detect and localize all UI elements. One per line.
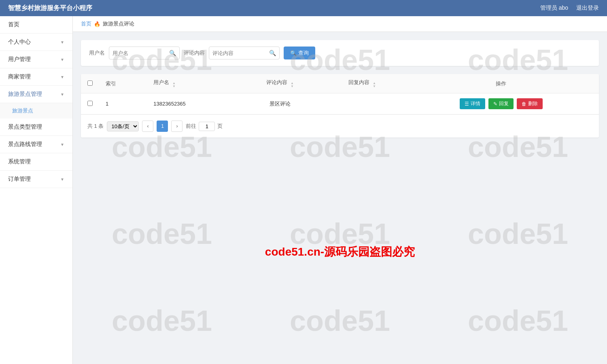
sidebar-item-merchants[interactable]: 商家管理 ▼	[0, 68, 72, 86]
header-reply: 回复内容 ▲▼	[321, 74, 403, 93]
goto-input[interactable]	[199, 122, 215, 131]
search-btn-icon: 🔍	[290, 50, 297, 56]
row-content-cell: 景区评论	[239, 93, 321, 114]
sidebar-types-label: 景点类型管理	[8, 123, 42, 131]
content-field-label: 评论内容	[184, 49, 205, 57]
chevron-down-icon: ▼	[60, 142, 64, 147]
sidebar-item-home[interactable]: 首页	[0, 16, 72, 34]
sidebar-item-users[interactable]: 用户管理 ▼	[0, 51, 72, 68]
search-button[interactable]: 🔍 查询	[284, 47, 315, 59]
admin-label: 管理员 abo	[540, 4, 568, 12]
breadcrumb-sep: 🔥	[94, 21, 100, 27]
logout-link[interactable]: 退出登录	[576, 4, 599, 12]
pagination: 共 1 条 10条/页 20条/页 50条/页 ‹ 1 ›	[81, 114, 599, 138]
header-actions: 操作	[403, 74, 599, 93]
search-bar: 用户名 🔍 评论内容 🔍 🔍 查询	[81, 40, 599, 66]
chevron-down-icon: ▼	[60, 92, 64, 97]
sort-username-icon[interactable]: ▲▼	[172, 82, 176, 88]
sort-reply-icon[interactable]: ▲▼	[373, 82, 376, 88]
app-title: 智慧乡村旅游服务平台小程序	[8, 4, 92, 13]
sort-content-icon[interactable]: ▲▼	[291, 82, 294, 88]
sidebar-users-label: 用户管理	[8, 56, 31, 63]
breadcrumb: 首页 🔥 旅游景点评论	[73, 16, 607, 32]
sidebar-item-scenic-spots[interactable]: 旅游景点	[0, 103, 72, 119]
row-checkbox-cell	[81, 93, 99, 114]
sidebar-item-home-label: 首页	[8, 21, 19, 28]
layout: 首页 个人中心 ▼ 用户管理 ▼ 商家管理 ▼ 旅游景点管理 ▼ 旅游景点 景点…	[0, 16, 607, 364]
row-checkbox[interactable]	[87, 101, 93, 106]
header-index: 索引	[99, 74, 147, 93]
page-size-select[interactable]: 10条/页 20条/页 50条/页	[107, 121, 139, 131]
header-content: 评论内容 ▲▼	[239, 74, 321, 93]
table-row: 1 13823652365 景区评论	[81, 93, 599, 114]
header: 智慧乡村旅游服务平台小程序 管理员 abo 退出登录	[0, 0, 607, 16]
detail-icon: ☰	[465, 101, 469, 107]
page-goto: 前往 页	[186, 122, 223, 131]
select-all-checkbox[interactable]	[87, 80, 93, 86]
username-input[interactable]	[109, 50, 166, 56]
sidebar-system-label: 系统管理	[8, 158, 31, 165]
breadcrumb-current: 旅游景点评论	[103, 20, 134, 28]
content-search-icon[interactable]: 🔍	[266, 50, 279, 56]
header-actions: 管理员 abo 退出登录	[540, 4, 599, 12]
page-content: 用户名 🔍 评论内容 🔍 🔍 查询	[73, 32, 607, 146]
header-username: 用户名 ▲▼	[147, 74, 239, 93]
sidebar-scenic-label: 旅游景点	[12, 108, 33, 114]
row-reply-cell	[321, 93, 403, 114]
data-table: 索引 用户名 ▲▼ 评论内容 ▲▼ 回复内容	[81, 74, 599, 114]
sidebar-item-personal[interactable]: 个人中心 ▼	[0, 34, 72, 51]
breadcrumb-home[interactable]: 首页	[81, 20, 91, 28]
goto-label: 前往	[186, 123, 196, 130]
detail-button[interactable]: ☰ 详情	[460, 98, 485, 109]
sidebar-attractions-label: 旅游景点管理	[8, 91, 42, 98]
username-search-icon[interactable]: 🔍	[166, 50, 179, 56]
header-checkbox-col	[81, 74, 99, 93]
username-input-wrap: 🔍	[109, 47, 180, 59]
prev-page-button[interactable]: ‹	[142, 121, 153, 132]
page-1-label: 1	[161, 123, 164, 129]
chevron-down-icon: ▼	[60, 177, 64, 182]
row-actions-cell: ☰ 详情 ✎ 回复 🗑 删除	[403, 93, 599, 114]
prev-icon: ‹	[147, 123, 149, 129]
row-index-cell: 1	[99, 93, 147, 114]
search-btn-label: 查询	[298, 49, 309, 57]
content-input[interactable]	[209, 50, 266, 56]
reply-icon: ✎	[493, 101, 497, 107]
sidebar: 首页 个人中心 ▼ 用户管理 ▼ 商家管理 ▼ 旅游景点管理 ▼ 旅游景点 景点…	[0, 16, 73, 364]
row-username-cell: 13823652365	[147, 93, 239, 114]
sidebar-personal-label: 个人中心	[8, 38, 31, 46]
username-field-label: 用户名	[89, 49, 105, 57]
sidebar-merchants-label: 商家管理	[8, 73, 31, 80]
content-input-wrap: 🔍	[209, 47, 280, 59]
table-header-row: 索引 用户名 ▲▼ 评论内容 ▲▼ 回复内容	[81, 74, 599, 93]
sidebar-item-attractions[interactable]: 旅游景点管理 ▼	[0, 86, 72, 103]
main-content: 首页 🔥 旅游景点评论 用户名 🔍 评论内容 🔍 🔍 查询	[73, 16, 607, 364]
sidebar-item-orders[interactable]: 订单管理 ▼	[0, 171, 72, 188]
sidebar-item-attraction-types[interactable]: 景点类型管理	[0, 119, 72, 136]
total-count: 共 1 条	[87, 123, 104, 130]
chevron-down-icon: ▼	[60, 40, 64, 44]
sidebar-item-system[interactable]: 系统管理	[0, 153, 72, 171]
delete-icon: 🗑	[522, 101, 526, 107]
chevron-down-icon: ▼	[60, 57, 64, 62]
data-table-container: 索引 用户名 ▲▼ 评论内容 ▲▼ 回复内容	[81, 74, 599, 138]
sidebar-routes-label: 景点路线管理	[8, 141, 42, 148]
delete-button[interactable]: 🗑 删除	[517, 98, 543, 109]
page-1-button[interactable]: 1	[157, 121, 168, 132]
chevron-down-icon: ▼	[60, 75, 64, 79]
sidebar-item-routes[interactable]: 景点路线管理 ▼	[0, 136, 72, 153]
next-icon: ›	[176, 123, 178, 129]
reply-button[interactable]: ✎ 回复	[488, 98, 514, 109]
page-unit: 页	[217, 123, 223, 130]
action-buttons: ☰ 详情 ✎ 回复 🗑 删除	[410, 98, 592, 109]
next-page-button[interactable]: ›	[171, 121, 183, 132]
sidebar-orders-label: 订单管理	[8, 176, 31, 183]
